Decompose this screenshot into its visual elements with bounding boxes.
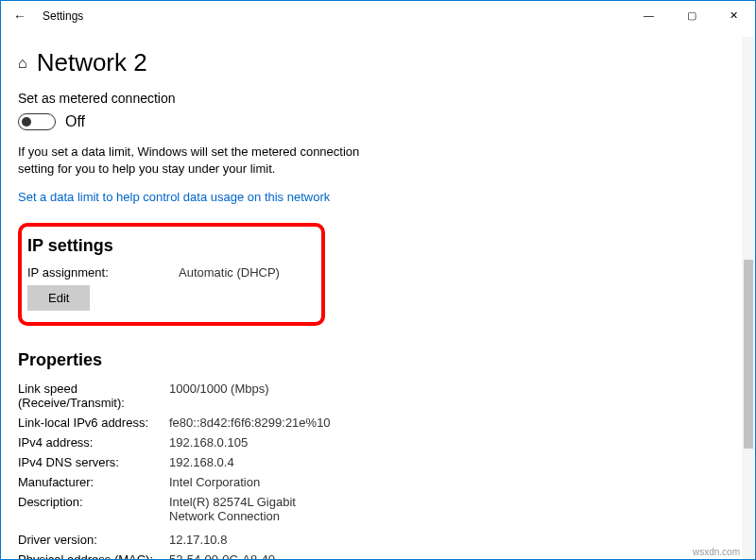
prop-key: IPv4 address: xyxy=(18,435,169,450)
table-row: Description: Intel(R) 82574L Gigabit Net… xyxy=(18,495,738,523)
window-title: Settings xyxy=(43,9,83,23)
properties-heading: Properties xyxy=(18,350,738,370)
prop-key: Link speed (Receive/Transmit): xyxy=(18,382,169,410)
ip-assignment-value: Automatic (DHCP) xyxy=(179,265,280,280)
table-row: Link speed (Receive/Transmit): 1000/1000… xyxy=(18,382,738,410)
metered-toggle-row: Off xyxy=(18,113,738,130)
prop-value: fe80::8d42:f6f6:8299:21e%10 xyxy=(169,416,331,430)
metered-toggle[interactable] xyxy=(18,113,56,130)
prop-key: Driver version: xyxy=(18,533,169,547)
close-button[interactable]: ✕ xyxy=(713,1,755,29)
edit-button[interactable]: Edit xyxy=(27,285,90,311)
content-area: ⌂ Network 2 Set as metered connection Of… xyxy=(1,31,755,559)
prop-value: 52-54-00-0C-A8-40 xyxy=(169,552,275,559)
prop-value: 1000/1000 (Mbps) xyxy=(169,382,269,410)
table-row: Link-local IPv6 address: fe80::8d42:f6f6… xyxy=(18,416,738,430)
metered-description: If you set a data limit, Windows will se… xyxy=(18,144,377,177)
ip-assignment-row: IP assignment: Automatic (DHCP) xyxy=(27,265,312,280)
page-header: ⌂ Network 2 xyxy=(18,48,738,77)
prop-key: Description: xyxy=(18,495,169,523)
back-button[interactable]: ← xyxy=(9,8,31,24)
prop-key: IPv4 DNS servers: xyxy=(18,455,169,469)
prop-value: 192.168.0.105 xyxy=(169,435,248,450)
prop-value: 12.17.10.8 xyxy=(169,533,227,547)
table-row: Driver version: 12.17.10.8 xyxy=(18,533,738,547)
ip-settings-heading: IP settings xyxy=(27,236,312,256)
maximize-button[interactable]: ▢ xyxy=(670,1,713,29)
toggle-state-label: Off xyxy=(65,113,85,130)
table-row: Physical address (MAC): 52-54-00-0C-A8-4… xyxy=(18,552,738,559)
data-limit-link[interactable]: Set a data limit to help control data us… xyxy=(18,190,738,204)
toggle-knob xyxy=(22,117,31,127)
home-icon[interactable]: ⌂ xyxy=(18,55,27,72)
prop-value: 192.168.0.4 xyxy=(169,455,234,469)
watermark: wsxdn.com xyxy=(693,547,740,557)
table-row: Manufacturer: Intel Corporation xyxy=(18,475,738,489)
window-controls: — ▢ ✕ xyxy=(627,1,755,29)
ip-assignment-label: IP assignment: xyxy=(27,265,179,280)
properties-section: Properties Link speed (Receive/Transmit)… xyxy=(18,350,738,559)
minimize-button[interactable]: — xyxy=(627,1,670,29)
metered-label: Set as metered connection xyxy=(18,91,738,106)
table-row: IPv4 address: 192.168.0.105 xyxy=(18,435,738,450)
prop-key: Link-local IPv6 address: xyxy=(18,416,169,430)
prop-key: Manufacturer: xyxy=(18,475,169,489)
prop-key: Physical address (MAC): xyxy=(18,552,169,559)
ip-settings-section: IP settings IP assignment: Automatic (DH… xyxy=(18,223,325,326)
scrollbar-thumb[interactable] xyxy=(744,260,753,449)
page-title: Network 2 xyxy=(37,48,147,77)
scrollbar[interactable] xyxy=(742,37,755,559)
prop-value: Intel Corporation xyxy=(169,475,260,489)
prop-value: Intel(R) 82574L Gigabit Network Connecti… xyxy=(169,495,339,523)
table-row: IPv4 DNS servers: 192.168.0.4 xyxy=(18,455,738,469)
